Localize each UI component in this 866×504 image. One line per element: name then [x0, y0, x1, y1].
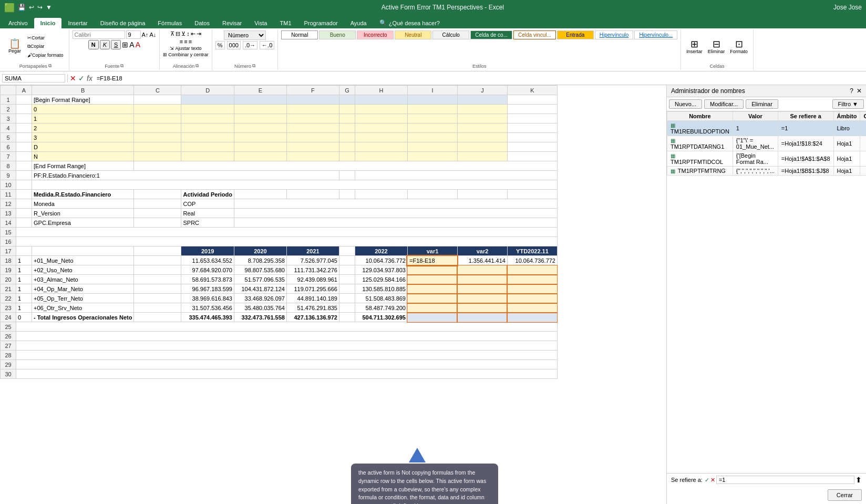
cell-a12[interactable]: [16, 199, 32, 209]
cell-f5[interactable]: [286, 133, 339, 142]
cell-e21[interactable]: 104.431.872.124: [234, 284, 286, 294]
cell-h24[interactable]: 504.711.302.695: [355, 313, 407, 322]
cell-j20[interactable]: [457, 275, 507, 284]
cell-f4[interactable]: [286, 124, 339, 133]
format-button[interactable]: ⊡ Formato: [728, 38, 750, 55]
cell-f1[interactable]: [286, 95, 339, 105]
cell-i19[interactable]: [407, 265, 457, 275]
style-calc[interactable]: Cálculo: [432, 30, 469, 39]
cell-a18[interactable]: 1: [16, 256, 32, 265]
col-header-g[interactable]: G: [339, 86, 355, 95]
cell-f22[interactable]: 44.891.140.189: [286, 294, 339, 303]
cell-c12[interactable]: [134, 199, 181, 209]
row-header-21[interactable]: 21: [1, 284, 16, 294]
cell-e18[interactable]: 8.708.295.358: [234, 256, 286, 265]
row-header-8[interactable]: 8: [1, 161, 16, 171]
italic-button[interactable]: K: [100, 40, 110, 49]
cell-f6[interactable]: [286, 142, 339, 152]
cell-g4[interactable]: [339, 124, 355, 133]
cell-b7[interactable]: N: [32, 152, 134, 161]
cell-j18[interactable]: 1.356.441.414: [457, 256, 507, 265]
cell-d22[interactable]: 38.969.616.843: [181, 294, 234, 303]
cell-b23[interactable]: +06_Otr_Srv_Neto: [32, 303, 134, 313]
quick-undo[interactable]: ↩: [29, 4, 34, 11]
col-header-f[interactable]: F: [286, 86, 339, 95]
cell-j1[interactable]: [457, 95, 507, 105]
cell-b11[interactable]: Medida.R.Estado.Financiero: [32, 190, 134, 199]
row-header-9[interactable]: 9: [1, 171, 16, 180]
cell-f19[interactable]: 111.731.342.276: [286, 265, 339, 275]
row-header-17[interactable]: 17: [1, 246, 16, 256]
cell-j3[interactable]: [457, 114, 507, 124]
copy-button[interactable]: ⧉ Copiar: [25, 43, 66, 50]
insert-button[interactable]: ⊞ Insertar: [684, 38, 705, 55]
cell-a22[interactable]: 1: [16, 294, 32, 303]
cell-b5[interactable]: 3: [32, 133, 134, 142]
row-header-24[interactable]: 24: [1, 313, 16, 322]
cell-i23[interactable]: [407, 303, 457, 313]
cell-a6[interactable]: [16, 142, 32, 152]
align-center-icon[interactable]: ≡: [184, 38, 187, 45]
cell-k18[interactable]: 10.064.736.772: [507, 256, 557, 265]
border-icon[interactable]: ⊞: [122, 40, 128, 49]
grid-wrapper[interactable]: A B C D E F G H I J K: [0, 85, 666, 504]
cell-b17[interactable]: [32, 246, 134, 256]
tab-tm1[interactable]: TM1: [274, 18, 298, 28]
cell-g22[interactable]: [339, 294, 355, 303]
tab-revisar[interactable]: Revisar: [216, 18, 248, 28]
cell-k6[interactable]: [507, 142, 557, 152]
number-format-select[interactable]: Número: [224, 30, 266, 40]
cell-c13[interactable]: [134, 209, 181, 218]
cell-f20[interactable]: 92.439.089.961: [286, 275, 339, 284]
row-header-13[interactable]: 13: [1, 209, 16, 218]
cell-d4[interactable]: [181, 124, 234, 133]
cell-k3[interactable]: [507, 114, 557, 124]
cell-a25-span[interactable]: [16, 322, 558, 332]
cell-e6[interactable]: [234, 142, 286, 152]
cell-g18[interactable]: [339, 256, 355, 265]
tab-search[interactable]: 🔍 ¿Qué desea hacer?: [373, 17, 446, 28]
cell-k23[interactable]: [507, 303, 557, 313]
cell-c8-span[interactable]: [134, 161, 558, 171]
style-bad[interactable]: Incorrecto: [357, 30, 394, 39]
cell-h1[interactable]: [355, 95, 407, 105]
insert-function-icon[interactable]: fx: [87, 74, 92, 83]
cell-g11[interactable]: [339, 190, 355, 199]
name-box[interactable]: [2, 74, 65, 83]
list-item[interactable]: ▦ TM1REBUILDOPTION 1 =1 Libro: [667, 121, 867, 136]
row-header-28[interactable]: 28: [1, 351, 16, 360]
cell-c23[interactable]: [134, 303, 181, 313]
font-size-input[interactable]: [126, 30, 141, 39]
col-header-i[interactable]: I: [407, 86, 457, 95]
cell-k21[interactable]: [507, 284, 557, 294]
cell-a13[interactable]: [16, 209, 32, 218]
cell-j6[interactable]: [457, 142, 507, 152]
style-normal[interactable]: Normal: [281, 30, 318, 39]
cell-i24[interactable]: [407, 313, 457, 322]
fill-color-icon[interactable]: A: [129, 40, 134, 49]
cell-f3[interactable]: [286, 114, 339, 124]
cell-h23[interactable]: 58.487.749.200: [355, 303, 407, 313]
cell-g1[interactable]: [339, 95, 355, 105]
cell-e1[interactable]: [234, 95, 286, 105]
cell-k4[interactable]: [507, 124, 557, 133]
cell-k17[interactable]: YTD2022.11: [507, 246, 557, 256]
cell-c11[interactable]: [134, 190, 181, 199]
cell-a1[interactable]: [16, 95, 32, 105]
tab-insertar[interactable]: Insertar: [61, 18, 94, 28]
cell-c24[interactable]: [134, 313, 181, 322]
align-left-icon[interactable]: ≡: [180, 38, 183, 45]
row-header-27[interactable]: 27: [1, 341, 16, 351]
confirm-formula-icon[interactable]: ✓: [78, 74, 85, 83]
cell-c7[interactable]: [134, 152, 181, 161]
quick-customize[interactable]: ▼: [46, 4, 52, 11]
row-header-6[interactable]: 6: [1, 142, 16, 152]
cell-f11[interactable]: [286, 190, 339, 199]
cell-c5[interactable]: [134, 133, 181, 142]
cell-h11[interactable]: [355, 190, 407, 199]
list-item[interactable]: ▦ TM1RPTFMTRNG {'','','','','','','','',…: [667, 167, 867, 176]
cell-g3[interactable]: [339, 114, 355, 124]
cancel-formula-icon[interactable]: ✕: [70, 74, 76, 83]
cell-a16-span[interactable]: [16, 237, 558, 246]
cell-c19[interactable]: [134, 265, 181, 275]
